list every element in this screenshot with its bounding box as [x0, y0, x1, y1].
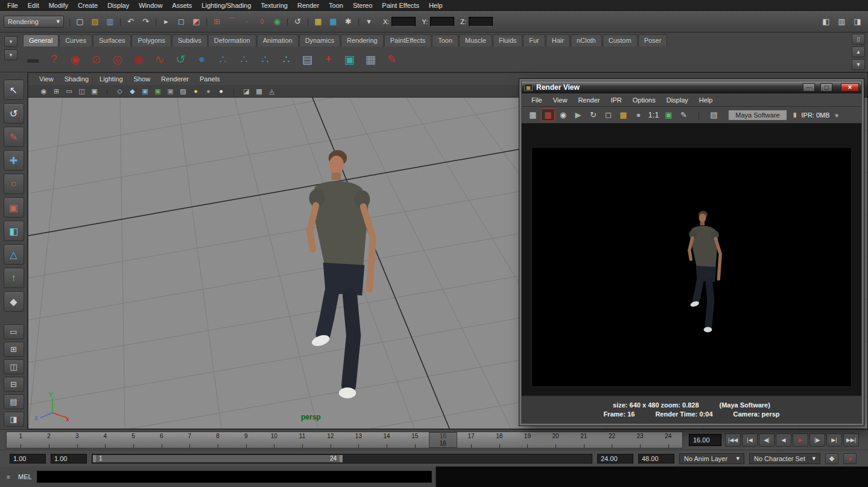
- close-button[interactable]: ✕: [841, 83, 859, 92]
- shelf-tab[interactable]: Fluids: [493, 34, 522, 46]
- blue-sphere-icon[interactable]: ●: [192, 49, 212, 69]
- menu-item[interactable]: Window: [134, 1, 167, 10]
- shelf-tab[interactable]: Subdivs: [172, 34, 207, 46]
- render-view-titlebar[interactable]: ▦ Render View — ▢ ✕: [522, 81, 861, 93]
- timeline-frame[interactable]: 20: [542, 432, 570, 448]
- paint-select-tool[interactable]: ✎: [4, 127, 24, 147]
- plugin-shading-icon[interactable]: ▩: [253, 86, 265, 96]
- render-view-menu-item[interactable]: Help: [694, 95, 718, 105]
- shelf-tab[interactable]: Custom: [603, 34, 638, 46]
- shelf-tab[interactable]: Curves: [59, 34, 92, 46]
- menu-item[interactable]: Stereo: [348, 1, 377, 10]
- timeline-frame[interactable]: 13: [344, 432, 373, 448]
- shelf-tab[interactable]: PaintEffects: [384, 34, 432, 46]
- menu-item[interactable]: Display: [103, 1, 134, 10]
- camera-aim-up-icon[interactable]: ◎: [107, 49, 127, 69]
- node-tree-icon-4[interactable]: ∴: [276, 49, 296, 69]
- persp-outliner-layout[interactable]: ◫: [4, 359, 24, 374]
- shelf-tab[interactable]: Rendering: [341, 34, 384, 46]
- tool-settings-toggle-icon[interactable]: ▥: [835, 15, 849, 28]
- panel-menu-item[interactable]: View: [34, 74, 59, 84]
- universal-manip-tool[interactable]: ◧: [4, 221, 24, 241]
- command-language-label[interactable]: MEL: [17, 473, 33, 480]
- timeline-frame[interactable]: 18: [485, 432, 513, 448]
- shelf-tab[interactable]: Muscle: [459, 34, 492, 46]
- snap-to-point-icon[interactable]: ∙: [240, 15, 254, 28]
- step-forward-frame-button[interactable]: ▶|: [826, 433, 842, 447]
- make-live-icon[interactable]: ◉: [270, 15, 284, 28]
- snapshot-icon[interactable]: ◉: [556, 108, 570, 121]
- playback-range-bar[interactable]: 1 24: [93, 455, 343, 462]
- menu-set-selector[interactable]: Rendering ▾: [4, 16, 64, 28]
- shelf-tab[interactable]: Surfaces: [93, 34, 131, 46]
- cube-stack-icon[interactable]: ▦: [361, 49, 381, 69]
- open-scene-icon[interactable]: ▧: [88, 15, 102, 28]
- panel-menu-item[interactable]: Shading: [60, 74, 93, 84]
- shelf-tab[interactable]: Hair: [546, 34, 570, 46]
- script-editor-icon[interactable]: ≡: [4, 472, 13, 482]
- current-frame-marker[interactable]: 16: [429, 432, 457, 448]
- timeline-frame[interactable]: 24: [654, 432, 682, 448]
- region-render-icon[interactable]: ◻: [601, 108, 615, 121]
- shelf-tab[interactable]: Toon: [432, 34, 458, 46]
- menu-item[interactable]: Edit: [23, 1, 44, 10]
- command-input[interactable]: [37, 471, 432, 483]
- timeline-frame[interactable]: 10: [260, 432, 288, 448]
- shelf-tab-menu-icon[interactable]: ▾: [4, 36, 17, 47]
- menu-item[interactable]: File: [2, 1, 23, 10]
- render-view-canvas[interactable]: [522, 124, 861, 395]
- render-view-menu-item[interactable]: Render: [573, 95, 604, 105]
- rendered-image[interactable]: [531, 147, 852, 387]
- timeline-frame[interactable]: 22: [598, 432, 626, 448]
- redo-icon[interactable]: ↷: [139, 15, 153, 28]
- persp-uv-layout[interactable]: ◨: [4, 412, 24, 427]
- shelf-tab[interactable]: Fur: [523, 34, 545, 46]
- auto-keyframe-icon[interactable]: ●: [843, 453, 857, 464]
- timeline-frame[interactable]: 9: [232, 432, 260, 448]
- render-settings-icon[interactable]: ✱: [341, 15, 355, 28]
- rgb-channels-icon[interactable]: ▩: [616, 108, 630, 121]
- timeline-ruler[interactable]: 1 2 3 4 5 6 7 8 9 10: [6, 432, 683, 448]
- new-scene-icon[interactable]: ▢: [73, 15, 87, 28]
- render-view-menu-item[interactable]: Display: [662, 95, 693, 105]
- menu-item[interactable]: Create: [73, 1, 103, 10]
- default-material-icon[interactable]: ●: [190, 86, 201, 96]
- node-tree-icon-2[interactable]: ∴: [234, 49, 254, 69]
- animation-end-field[interactable]: 48.00: [638, 454, 674, 463]
- menu-item[interactable]: Render: [293, 1, 324, 10]
- lasso-select-tool[interactable]: ↺: [4, 103, 24, 124]
- share-view-icon[interactable]: ◬: [266, 86, 277, 96]
- anim-layer-selector[interactable]: No Anim Layer ▾: [679, 453, 744, 464]
- go-to-start-button[interactable]: |◀◀: [725, 433, 741, 447]
- render-view-menu-item[interactable]: View: [548, 95, 572, 105]
- shaded-mode-icon[interactable]: ◆: [127, 86, 138, 96]
- timeline-frame[interactable]: 17: [457, 432, 486, 448]
- soft-mod-tool[interactable]: △: [4, 244, 24, 265]
- render-view-menu-item[interactable]: File: [527, 95, 547, 105]
- attribute-editor-toggle-icon[interactable]: ◧: [819, 15, 833, 28]
- panel-menu-item[interactable]: Renderer: [156, 74, 194, 84]
- shelf-tab[interactable]: nCloth: [571, 34, 602, 46]
- textured-mode-icon[interactable]: ▣: [139, 86, 151, 96]
- select-tool[interactable]: ↖: [4, 80, 24, 100]
- renderer-selector[interactable]: Maya Software: [728, 110, 787, 121]
- shelf-tab[interactable]: General: [23, 34, 59, 46]
- construction-history-icon[interactable]: ↺: [291, 15, 305, 28]
- shelf-scroll-down-icon[interactable]: ▼: [852, 59, 865, 70]
- step-forward-key-button[interactable]: |▶: [809, 433, 825, 447]
- panel-menu-item[interactable]: Panels: [195, 74, 225, 84]
- ipr-render-icon[interactable]: ▦: [326, 15, 340, 28]
- last-tool[interactable]: ◆: [4, 291, 24, 312]
- curve-swoosh-icon[interactable]: ∿: [150, 49, 169, 69]
- spreadsheet-icon[interactable]: ▤: [297, 49, 317, 69]
- one-to-one-icon[interactable]: 1:1: [647, 108, 661, 121]
- select-component-icon[interactable]: ◩: [189, 15, 203, 28]
- step-back-key-button[interactable]: ◀|: [759, 433, 775, 447]
- render-view-menu-item[interactable]: IPR: [606, 95, 626, 105]
- timeline-frame[interactable]: 12: [316, 432, 344, 448]
- timeline-frame[interactable]: 5: [119, 432, 148, 448]
- xray-icon[interactable]: ▨: [177, 86, 189, 96]
- save-scene-icon[interactable]: ▥: [103, 15, 117, 28]
- timeline-frame[interactable]: 6: [147, 432, 176, 448]
- render-current-frame-icon[interactable]: ▦: [311, 15, 325, 28]
